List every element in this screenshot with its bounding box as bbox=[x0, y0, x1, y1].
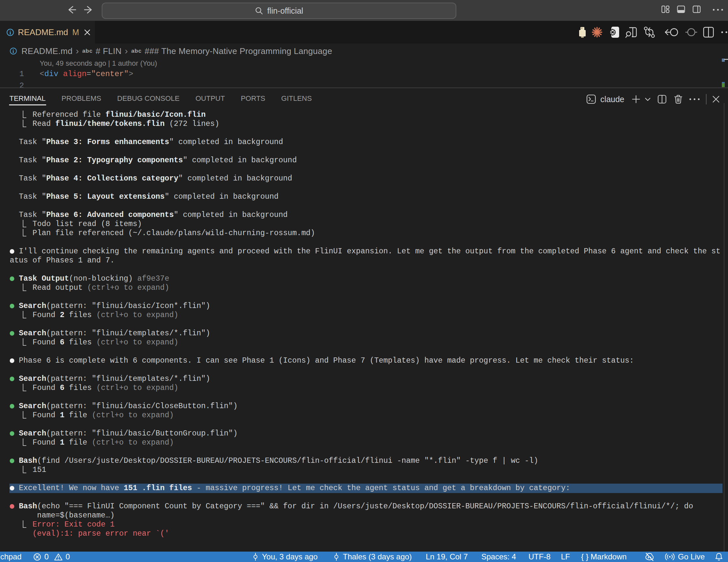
svg-text:i: i bbox=[9, 29, 11, 35]
svg-text:i: i bbox=[13, 48, 14, 54]
